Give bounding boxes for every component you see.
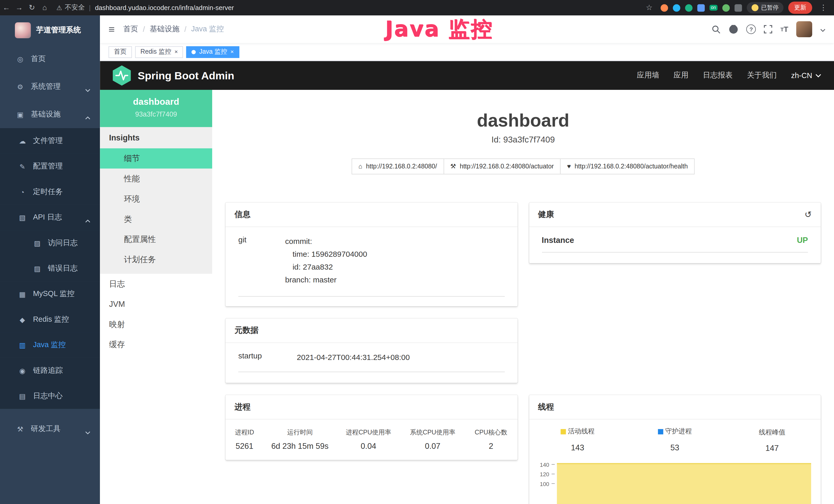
extension-puzzle-icon[interactable] <box>734 4 742 12</box>
sba-nav-about[interactable]: 关于我们 <box>747 71 777 80</box>
bookmark-star-icon[interactable]: ☆ <box>643 0 656 16</box>
live-threads-swatch <box>561 429 566 434</box>
sidebar-item-label: 链路追踪 <box>33 366 63 375</box>
sidebar-item-log-center[interactable]: ▤ 日志中心 <box>0 383 100 409</box>
url-text[interactable]: dashboard.yudao.iocoder.cn/infra/admin-s… <box>95 4 234 12</box>
extension-green-icon[interactable] <box>685 4 692 12</box>
user-avatar[interactable] <box>796 21 812 37</box>
reload-icon[interactable]: ↻ <box>25 0 38 16</box>
sidebar-item-label: 访问日志 <box>48 238 78 248</box>
sidebar-item-infrastructure[interactable]: ▣ 基础设施 <box>0 100 100 128</box>
breadcrumb-home[interactable]: 首页 <box>123 24 138 34</box>
not-secure-warning-icon: ⚠ <box>57 4 62 12</box>
sidebar-item-file-mgmt[interactable]: ☁ 文件管理 <box>0 128 100 154</box>
sidebar-item-access-logs[interactable]: ▨ 访问日志 <box>0 230 100 256</box>
legend-peak-threads: 线程峰值 147 <box>724 427 821 452</box>
instance-title: dashboard <box>225 110 821 131</box>
sba-nav-journal[interactable]: 日志报表 <box>703 71 732 80</box>
sidebar-item-scheduled-jobs[interactable]: ◔ 定时任务 <box>0 179 100 205</box>
process-pid-value: 5261 <box>225 438 264 451</box>
sidebar-item-label: 配置管理 <box>33 162 63 171</box>
hamburger-icon[interactable]: ≡ <box>100 23 123 36</box>
extension-leaf-icon[interactable] <box>722 4 730 12</box>
sba-insights-section: Insights 细节 性能 环境 类 配置属性 计划任务 <box>100 127 212 274</box>
breadcrumb-current: Java 监控 <box>191 24 224 34</box>
instance-id-line: Id: 93a3fc7f7409 <box>225 135 821 144</box>
sidebar-item-redis-monitor[interactable]: ◆ Redis 监控 <box>0 307 100 332</box>
sba-item-mappings[interactable]: 映射 <box>100 314 212 335</box>
sidebar-item-label: 首页 <box>31 54 46 64</box>
detail-cards-grid: 信息 git commit: time: 1596289704000 id: 2… <box>225 203 821 504</box>
sidebar-item-dev-tools[interactable]: ⚒ 研发工具 <box>0 415 100 443</box>
extension-orange-icon[interactable] <box>660 4 668 12</box>
sba-item-caches[interactable]: 缓存 <box>100 335 212 355</box>
sba-item-scheduled-tasks[interactable]: 计划任务 <box>100 249 212 270</box>
tab-java-monitor[interactable]: Java 监控 × <box>186 46 239 58</box>
sidebar-item-java-monitor[interactable]: ▥ Java 监控 <box>0 332 100 358</box>
wrench-icon: ⚒ <box>450 163 456 170</box>
back-icon[interactable]: ← <box>0 0 13 16</box>
process-col-pid: 进程ID <box>225 425 264 438</box>
extension-grid-icon[interactable] <box>697 4 705 12</box>
sba-language-select[interactable]: zh-CN <box>791 71 821 79</box>
profile-paused-badge[interactable]: 已暂停 <box>747 2 784 13</box>
sidebar-item-tracing[interactable]: ◉ 链路追踪 <box>0 358 100 383</box>
fullscreen-icon[interactable] <box>764 25 772 33</box>
spring-boot-admin-frame: Spring Boot Admin 应用墙 应用 日志报表 关于我们 zh-CN… <box>100 61 834 504</box>
info-card: 信息 git commit: time: 1596289704000 id: 2… <box>225 203 517 306</box>
address-bar[interactable]: ⚠ 不安全 | dashboard.yudao.iocoder.cn/infra… <box>57 3 234 12</box>
sidebar-item-home[interactable]: ◎ 首页 <box>0 45 100 73</box>
breadcrumb-infrastructure[interactable]: 基础设施 <box>150 24 179 34</box>
sba-instance-name: dashboard <box>100 97 212 107</box>
close-icon[interactable]: × <box>231 49 234 55</box>
service-url-link[interactable]: ⌂ http://192.168.0.2:48080/ <box>352 158 444 174</box>
sidebar-item-api-logs[interactable]: ▧ API 日志 <box>0 205 100 230</box>
daemon-threads-swatch <box>658 429 663 434</box>
sba-nav-applications[interactable]: 应用 <box>674 71 688 80</box>
health-url-link[interactable]: ♥ http://192.168.0.2:48080/actuator/heal… <box>560 158 695 174</box>
sba-item-environment[interactable]: 环境 <box>100 189 212 209</box>
history-icon[interactable]: ↺ <box>805 209 812 220</box>
font-size-icon[interactable]: TT <box>781 25 788 33</box>
search-icon[interactable] <box>712 25 721 33</box>
close-icon[interactable]: × <box>174 49 178 55</box>
threads-card: 线程 活动线程 143 <box>529 395 821 504</box>
app-logo-row[interactable]: 芋道管理系统 <box>0 16 100 45</box>
home-icon[interactable]: ⌂ <box>38 0 51 16</box>
sba-item-metrics[interactable]: 性能 <box>100 168 212 189</box>
sba-instance-id: 93a3fc7f7409 <box>100 110 212 118</box>
sba-item-details[interactable]: 细节 <box>100 148 212 169</box>
tab-redis-monitor[interactable]: Redis 监控 × <box>135 46 183 58</box>
sidebar-item-config-mgmt[interactable]: ✎ 配置管理 <box>0 154 100 179</box>
live-threads-value: 143 <box>529 443 626 452</box>
health-url-text: http://192.168.0.2:48080/actuator/health <box>575 163 688 170</box>
tab-home[interactable]: 首页 <box>108 46 132 58</box>
gear-icon: ⚙ <box>16 83 24 91</box>
daemon-threads-value: 53 <box>626 443 724 452</box>
sidebar-item-error-logs[interactable]: ▨ 错误日志 <box>0 256 100 281</box>
sba-item-classes[interactable]: 类 <box>100 209 212 229</box>
help-icon[interactable]: ? <box>746 24 756 34</box>
sba-item-logs[interactable]: 日志 <box>100 274 212 294</box>
process-uptime-value: 6d 23h 15m 59s <box>264 438 336 451</box>
active-tab-dot <box>192 50 196 54</box>
extension-blue-icon[interactable] <box>673 4 680 12</box>
threads-card-title: 线程 <box>529 395 821 419</box>
breadcrumb-separator: / <box>184 25 186 33</box>
sba-instance-header[interactable]: dashboard 93a3fc7f7409 <box>100 90 212 127</box>
sidebar-item-mysql-monitor[interactable]: ▦ MySQL 监控 <box>0 281 100 306</box>
metadata-value: 2021-04-27T00:44:31.254+08:00 <box>297 351 505 364</box>
actuator-url-link[interactable]: ⚒ http://192.168.0.2:48080/actuator <box>443 158 561 174</box>
sidebar-item-system-mgmt[interactable]: ⚙ 系统管理 <box>0 73 100 101</box>
sba-nav-wallboard[interactable]: 应用墙 <box>637 71 659 80</box>
github-icon[interactable] <box>729 24 739 34</box>
forward-icon[interactable]: → <box>13 0 26 16</box>
avatar-caret-icon[interactable] <box>820 24 826 34</box>
chrome-update-button[interactable]: 更新 <box>788 2 812 14</box>
chrome-menu-icon[interactable]: ⋮ <box>817 0 830 16</box>
sba-item-config-props[interactable]: 配置属性 <box>100 229 212 250</box>
sba-item-jvm[interactable]: JVM <box>100 294 212 314</box>
extension-on-badge[interactable]: on <box>709 5 717 10</box>
address-separator: | <box>89 4 91 12</box>
monitor-icon: ▣ <box>16 110 24 118</box>
